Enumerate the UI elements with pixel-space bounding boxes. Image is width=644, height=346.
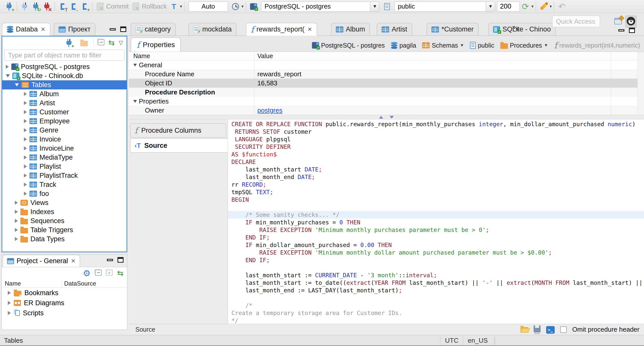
project-tab-close-icon[interactable] — [71, 258, 75, 264]
project-col-datasource[interactable]: DataSource — [62, 280, 96, 287]
tree-item-invoice[interactable]: Invoice — [2, 135, 127, 144]
chevron-right-icon[interactable] — [24, 119, 27, 123]
tree-item-invoiceline[interactable]: InvoiceLine — [2, 144, 127, 153]
tree-item-postgresql-postgres[interactable]: PostgreSQL - postgres — [2, 62, 127, 71]
editor-tab-mockdata[interactable]: mockdata — [188, 23, 236, 36]
chevron-right-icon[interactable] — [8, 301, 11, 305]
tab-properties[interactable]: Properties — [131, 38, 181, 52]
chevron-down-icon[interactable] — [6, 74, 10, 77]
status-timezone[interactable]: UTC — [440, 336, 463, 345]
chevron-down-icon[interactable] — [15, 83, 19, 86]
chevron-right-icon[interactable] — [24, 110, 27, 114]
code-line-21[interactable]: last_month_start := CURRENT_DATE - '3 mo… — [228, 271, 644, 279]
transaction-history-caret[interactable] — [242, 4, 244, 9]
compare-button[interactable] — [538, 1, 549, 12]
disconnect-button[interactable]: ✕ — [41, 1, 52, 12]
code-line-10[interactable]: tmpSQL TEXT; — [228, 188, 644, 196]
sql-console-button[interactable]: → — [68, 1, 79, 12]
nav-collapse-all-button[interactable] — [98, 39, 104, 46]
project-maximize-icon[interactable] — [117, 257, 124, 263]
fetch-size-input[interactable] — [497, 2, 520, 12]
chevron-down-icon[interactable]: ▼ — [544, 43, 548, 48]
chevron-down-icon[interactable]: ▼ — [460, 43, 464, 48]
close-icon[interactable] — [41, 26, 45, 33]
group-expand-icon[interactable] — [133, 64, 137, 66]
tree-item-data-types[interactable]: Data Types — [2, 234, 127, 244]
connection-combo-arrow[interactable]: ▼ — [370, 2, 379, 11]
status-locale[interactable]: en_US — [463, 336, 492, 345]
chevron-right-icon[interactable] — [24, 192, 27, 196]
project-col-name[interactable]: Name — [2, 280, 62, 287]
code-line-24[interactable] — [228, 294, 644, 302]
col-value[interactable]: Value — [254, 52, 611, 60]
chevron-right-icon[interactable] — [24, 183, 27, 187]
code-line-27[interactable]: */ — [228, 317, 644, 324]
chevron-right-icon[interactable] — [15, 201, 18, 205]
code-line-13[interactable]: /* Some sanity checks... */ — [228, 211, 644, 219]
editor-tab-sqlite-chinoo[interactable]: SQLite - Chinoo — [488, 23, 556, 36]
tree-item-tables[interactable]: Tables — [2, 80, 127, 89]
chevron-right-icon[interactable] — [24, 101, 27, 105]
reconnect-button[interactable]: ↻ — [30, 1, 41, 12]
owner-link[interactable]: postgres — [257, 107, 283, 114]
property-row-general[interactable]: General — [129, 60, 644, 70]
connect-button[interactable] — [19, 1, 30, 12]
property-row-object-id[interactable]: Object ID16,583 — [129, 79, 644, 88]
save-to-file-button[interactable] — [534, 325, 541, 334]
close-icon[interactable] — [307, 26, 312, 33]
breadcrumb-item-public[interactable]: public — [470, 42, 494, 49]
nav-new-connection-button[interactable]: + — [63, 37, 74, 48]
code-line-18[interactable]: RAISE EXCEPTION 'Minimum monthly dollar … — [228, 249, 644, 256]
splitter-down-icon[interactable] — [390, 116, 394, 119]
property-row-owner[interactable]: Ownerpostgres — [129, 106, 644, 115]
code-line-7[interactable]: last_month_start DATE; — [228, 166, 644, 173]
chevron-right-icon[interactable] — [24, 155, 27, 159]
undo-button[interactable] — [556, 1, 567, 12]
property-row-procedure-description[interactable]: Procedure Description — [129, 88, 644, 97]
navigator-filter-input[interactable] — [4, 50, 125, 61]
project-link-editor-button[interactable] — [117, 269, 124, 277]
subtab-procedure-columns[interactable]: Procedure Columns — [130, 123, 226, 137]
tree-item-table-triggers[interactable]: Table Triggers — [2, 225, 127, 234]
transaction-log-button[interactable] — [168, 1, 179, 12]
code-line-16[interactable]: END IF; — [228, 234, 644, 241]
transaction-history-button[interactable] — [230, 1, 241, 12]
chevron-right-icon[interactable] — [15, 228, 18, 232]
project-item-scripts[interactable]: Scripts — [2, 308, 127, 318]
breadcrumb-item-pagila[interactable]: pagila — [391, 42, 416, 49]
project-item-bookmarks[interactable]: Bookmarks — [2, 288, 127, 298]
connection-combo[interactable]: PostgreSQL - postgres ▼ — [261, 2, 379, 12]
nav-link-editor-button[interactable] — [108, 39, 115, 47]
project-minimize-icon[interactable] — [107, 259, 113, 261]
chevron-right-icon[interactable] — [24, 137, 27, 141]
chevron-right-icon[interactable] — [24, 146, 27, 150]
tree-item-employee[interactable]: Employee — [2, 117, 127, 126]
dbeaver-perspective-button[interactable] — [625, 16, 636, 28]
project-collapse-all-button[interactable] — [95, 270, 102, 277]
chevron-right-icon[interactable] — [24, 164, 27, 168]
chevron-right-icon[interactable] — [24, 128, 27, 132]
refresh-button[interactable] — [520, 1, 531, 12]
nav-new-folder-button[interactable] — [78, 37, 90, 48]
code-line-26[interactable]: Create a temporary storage area for Cust… — [228, 309, 644, 317]
code-line-6[interactable]: DECLARE — [228, 158, 644, 166]
schema-combo-arrow[interactable]: ▼ — [486, 2, 495, 11]
new-connection-button[interactable]: + — [4, 1, 15, 12]
tree-item-mediatype[interactable]: MediaType — [2, 153, 127, 162]
refresh-caret[interactable] — [531, 4, 534, 9]
code-line-20[interactable] — [228, 264, 644, 271]
chevron-right-icon[interactable] — [8, 311, 11, 315]
code-line-2[interactable]: RETURNS SETOF customer — [228, 128, 644, 135]
property-row-procedure-name[interactable]: Procedure Namerewards_report — [129, 70, 644, 79]
code-line-17[interactable]: IF min_dollar_amount_purchased = 0.00 TH… — [228, 241, 644, 249]
code-line-19[interactable]: END IF; — [228, 256, 644, 264]
compare-caret[interactable] — [550, 4, 552, 9]
editor-tab-artist[interactable]: Artist — [377, 23, 412, 36]
quick-access-input[interactable] — [552, 16, 600, 27]
group-expand-icon[interactable] — [133, 100, 137, 103]
tree-item-playlisttrack[interactable]: PlaylistTrack — [2, 171, 127, 180]
code-line-8[interactable]: last_month_end DATE; — [228, 173, 644, 181]
code-line-23[interactable]: last_month_end := LAST_DAY(last_month_st… — [228, 287, 644, 294]
open-perspective-button[interactable] — [614, 18, 622, 25]
open-console-button[interactable] — [546, 326, 555, 334]
